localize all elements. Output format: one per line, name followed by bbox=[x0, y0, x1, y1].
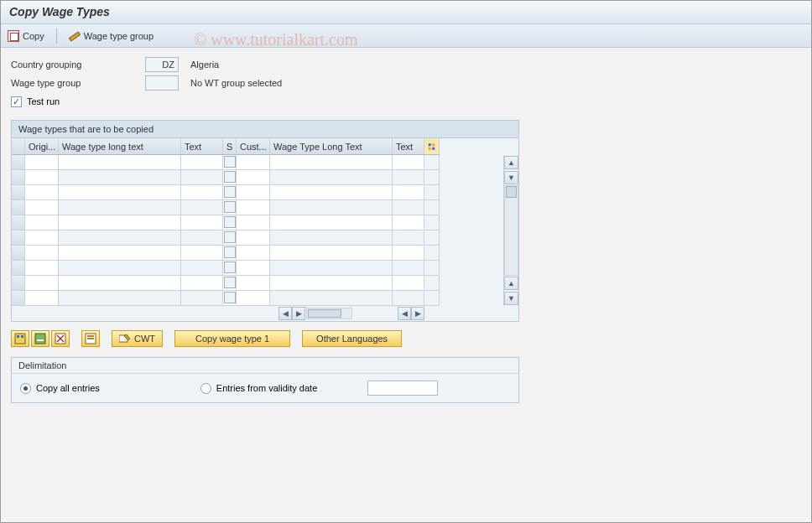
cell-original[interactable] bbox=[25, 261, 59, 276]
country-grouping-input[interactable] bbox=[145, 57, 179, 72]
row-selector[interactable] bbox=[12, 200, 25, 215]
cell-text[interactable] bbox=[181, 215, 223, 230]
cell-s-checkbox[interactable] bbox=[223, 246, 237, 261]
cell-wage-type-long-text[interactable] bbox=[59, 200, 181, 215]
col-text-2[interactable]: Text bbox=[393, 138, 424, 154]
cell-original[interactable] bbox=[25, 170, 59, 185]
cell-text-2[interactable] bbox=[393, 215, 424, 230]
cell-customer[interactable] bbox=[237, 261, 270, 276]
cell-wage-type-long-text-2[interactable] bbox=[270, 215, 393, 230]
row-selector[interactable] bbox=[12, 155, 25, 170]
cell-text-2[interactable] bbox=[393, 276, 424, 291]
vscroll-track[interactable] bbox=[504, 185, 518, 276]
entries-from-radio[interactable] bbox=[200, 383, 211, 394]
cell-text-2[interactable] bbox=[393, 291, 424, 306]
cell-wage-type-long-text[interactable] bbox=[59, 276, 181, 291]
cell-wage-type-long-text[interactable] bbox=[59, 246, 181, 261]
row-selector[interactable] bbox=[12, 185, 25, 200]
vscroll-up-button[interactable]: ▲ bbox=[504, 156, 518, 169]
row-selector[interactable] bbox=[12, 230, 25, 246]
cell-text-2[interactable] bbox=[393, 155, 424, 170]
cell-text[interactable] bbox=[181, 291, 223, 306]
hscroll-right-button-2[interactable]: ▶ bbox=[411, 307, 424, 320]
cell-text[interactable] bbox=[181, 185, 223, 200]
hscroll-track[interactable] bbox=[306, 308, 352, 319]
cell-wage-type-long-text-2[interactable] bbox=[270, 261, 393, 276]
cell-customer[interactable] bbox=[237, 246, 270, 261]
cell-wage-type-long-text-2[interactable] bbox=[270, 185, 393, 200]
copy-all-option[interactable]: Copy all entries bbox=[20, 383, 100, 394]
cell-wage-type-long-text[interactable] bbox=[59, 230, 181, 246]
hscroll-right-button[interactable]: ▶ bbox=[292, 307, 305, 320]
row-selector[interactable] bbox=[12, 291, 25, 306]
vscroll-up-button-2[interactable]: ▲ bbox=[504, 277, 518, 290]
select-all-button[interactable] bbox=[11, 330, 29, 347]
cell-s-checkbox[interactable] bbox=[223, 185, 237, 200]
other-languages-button[interactable]: Other Languages bbox=[302, 330, 402, 347]
cell-s-checkbox[interactable] bbox=[223, 170, 237, 185]
row-selector[interactable] bbox=[12, 246, 25, 261]
cell-text-2[interactable] bbox=[393, 246, 424, 261]
cell-text[interactable] bbox=[181, 170, 223, 185]
col-select-all[interactable] bbox=[12, 138, 25, 154]
cell-original[interactable] bbox=[25, 291, 59, 306]
hscroll-left-button[interactable]: ◀ bbox=[278, 307, 292, 320]
deselect-all-button[interactable] bbox=[31, 330, 49, 347]
hscroll-thumb[interactable] bbox=[308, 309, 341, 318]
vscroll-thumb[interactable] bbox=[506, 186, 517, 198]
col-original[interactable]: Origi... bbox=[25, 138, 59, 154]
wage-type-group-button[interactable]: Wage type group bbox=[69, 30, 154, 42]
cell-text[interactable] bbox=[181, 261, 223, 276]
row-selector[interactable] bbox=[12, 261, 25, 276]
cell-s-checkbox[interactable] bbox=[223, 291, 237, 306]
cell-wage-type-long-text-2[interactable] bbox=[270, 291, 393, 306]
cell-customer[interactable] bbox=[237, 215, 270, 230]
wage-type-group-input[interactable] bbox=[145, 75, 179, 91]
insert-row-button[interactable] bbox=[81, 330, 100, 347]
copy-all-radio[interactable] bbox=[20, 383, 31, 394]
cell-text-2[interactable] bbox=[393, 170, 424, 185]
vscroll-down-button[interactable]: ▼ bbox=[504, 171, 518, 184]
cell-text-2[interactable] bbox=[393, 261, 424, 276]
col-wage-type-long-text[interactable]: Wage type long text bbox=[59, 138, 181, 154]
cell-original[interactable] bbox=[25, 276, 59, 291]
cell-s-checkbox[interactable] bbox=[223, 276, 237, 291]
col-wage-type-long-text-2[interactable]: Wage Type Long Text bbox=[270, 138, 393, 154]
validity-date-input[interactable] bbox=[367, 381, 438, 396]
row-selector[interactable] bbox=[12, 215, 25, 230]
cell-original[interactable] bbox=[25, 215, 59, 230]
cell-s-checkbox[interactable] bbox=[223, 155, 237, 170]
cell-wage-type-long-text-2[interactable] bbox=[270, 276, 393, 291]
cell-text-2[interactable] bbox=[393, 185, 424, 200]
cell-wage-type-long-text[interactable] bbox=[59, 215, 181, 230]
cell-text[interactable] bbox=[181, 155, 223, 170]
cell-customer[interactable] bbox=[237, 170, 270, 185]
col-text[interactable]: Text bbox=[181, 138, 223, 154]
cell-wage-type-long-text-2[interactable] bbox=[270, 200, 393, 215]
cell-wage-type-long-text[interactable] bbox=[59, 155, 181, 170]
cell-text[interactable] bbox=[181, 276, 223, 291]
entries-from-option[interactable]: Entries from validity date bbox=[200, 383, 317, 394]
cell-customer[interactable] bbox=[237, 155, 270, 170]
cell-customer[interactable] bbox=[237, 185, 270, 200]
cell-customer[interactable] bbox=[237, 230, 270, 246]
cell-text[interactable] bbox=[181, 246, 223, 261]
cell-customer[interactable] bbox=[237, 291, 270, 306]
cell-original[interactable] bbox=[25, 185, 59, 200]
copy-wage-type-1-button[interactable]: Copy wage type 1 bbox=[174, 330, 290, 347]
col-customer[interactable]: Cust... bbox=[237, 138, 270, 154]
cell-wage-type-long-text-2[interactable] bbox=[270, 246, 393, 261]
cell-text-2[interactable] bbox=[393, 200, 424, 215]
cell-wage-type-long-text[interactable] bbox=[59, 170, 181, 185]
cell-original[interactable] bbox=[25, 200, 59, 215]
copy-button[interactable]: Copy bbox=[8, 30, 44, 42]
cell-s-checkbox[interactable] bbox=[223, 215, 237, 230]
cell-s-checkbox[interactable] bbox=[223, 200, 237, 215]
cell-text[interactable] bbox=[181, 200, 223, 215]
cell-wage-type-long-text-2[interactable] bbox=[270, 170, 393, 185]
cell-customer[interactable] bbox=[237, 276, 270, 291]
row-selector[interactable] bbox=[12, 170, 25, 185]
cell-text-2[interactable] bbox=[393, 230, 424, 246]
row-selector[interactable] bbox=[12, 276, 25, 291]
cwt-button[interactable]: CWT bbox=[112, 330, 163, 347]
